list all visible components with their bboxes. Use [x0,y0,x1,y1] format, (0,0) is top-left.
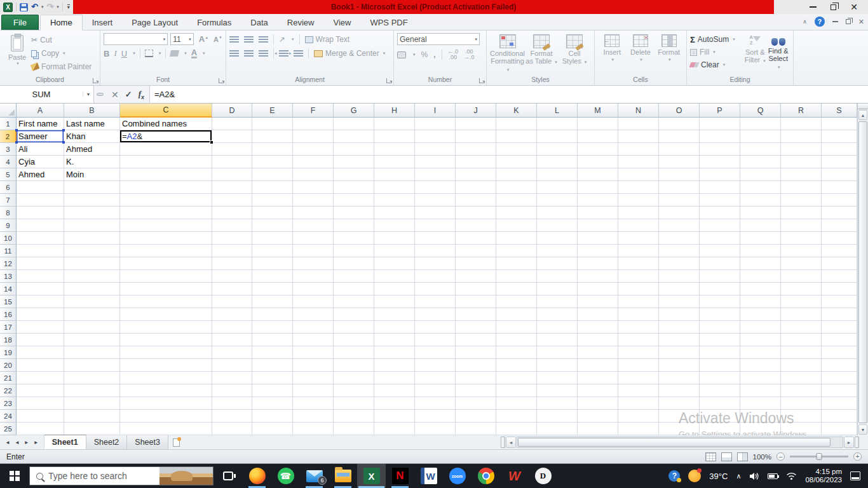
cell-D24[interactable] [212,410,252,423]
cell-Q8[interactable] [740,207,781,219]
cell-E2[interactable] [252,130,293,143]
cell-O5[interactable] [659,168,700,181]
cell-C4[interactable] [120,156,212,168]
cell-N14[interactable] [618,283,659,295]
cell-R10[interactable] [781,232,822,245]
cell-K17[interactable] [496,321,537,334]
fill-handle[interactable] [210,140,214,144]
tab-wps-pdf[interactable]: WPS PDF [360,15,417,30]
cell-B2[interactable]: Khan [64,130,120,143]
cell-L10[interactable] [537,232,578,245]
cell-N7[interactable] [618,194,659,207]
cell-L4[interactable] [537,156,578,168]
cell-B14[interactable] [64,283,120,295]
cell-B7[interactable] [64,194,120,207]
cell-B18[interactable] [64,334,120,346]
cell-M18[interactable] [578,334,618,346]
cell-Q17[interactable] [740,321,781,334]
cell-L13[interactable] [537,270,578,283]
cell-H6[interactable] [374,181,415,194]
cell-H16[interactable] [374,308,415,321]
cell-H5[interactable] [374,168,415,181]
cell-S2[interactable] [822,130,857,143]
align-left-icon[interactable] [229,50,239,57]
align-center-icon[interactable] [244,50,254,57]
cell-I22[interactable] [415,384,456,397]
cell-N8[interactable] [618,207,659,219]
column-header-E[interactable]: E [252,104,293,118]
cell-P21[interactable] [700,372,740,384]
cell-M22[interactable] [578,384,618,397]
cell-O3[interactable] [659,143,700,156]
cell-M6[interactable] [578,181,618,194]
decrease-decimal-icon[interactable]: .00→.0 [464,49,475,60]
cell-O22[interactable] [659,384,700,397]
cell-P18[interactable] [700,334,740,346]
cell-R23[interactable] [781,397,822,410]
cell-H8[interactable] [374,207,415,219]
cell-P14[interactable] [700,283,740,295]
cell-R19[interactable] [781,346,822,359]
cell-A17[interactable] [17,321,64,334]
cell-M17[interactable] [578,321,618,334]
clipboard-dialog-launcher-icon[interactable] [93,78,98,83]
cell-S5[interactable] [822,168,857,181]
cell-J12[interactable] [456,257,496,270]
previous-sheet-icon[interactable]: ◄ [15,440,20,445]
cell-I5[interactable] [415,168,456,181]
cell-A13[interactable] [17,270,64,283]
cell-C5[interactable] [120,168,212,181]
cell-S4[interactable] [822,156,857,168]
cell-C1[interactable]: Combined names [120,118,212,130]
cell-B20[interactable] [64,359,120,372]
cell-F4[interactable] [293,156,334,168]
tab-file[interactable]: File [1,15,39,30]
cell-J24[interactable] [456,410,496,423]
cell-P15[interactable] [700,295,740,308]
row-header-18[interactable]: 18 [0,334,17,346]
cell-O12[interactable] [659,257,700,270]
cell-K14[interactable] [496,283,537,295]
cell-D15[interactable] [212,295,252,308]
cell-F13[interactable] [293,270,334,283]
cell-O17[interactable] [659,321,700,334]
cell-F15[interactable] [293,295,334,308]
cell-N12[interactable] [618,257,659,270]
cell-E4[interactable] [252,156,293,168]
cell-N23[interactable] [618,397,659,410]
cell-S18[interactable] [822,334,857,346]
cell-N18[interactable] [618,334,659,346]
cell-C16[interactable] [120,308,212,321]
cell-E7[interactable] [252,194,293,207]
zoom-slider-thumb[interactable] [817,453,822,460]
number-dialog-launcher-icon[interactable] [479,78,484,83]
accounting-format-icon[interactable] [397,51,406,58]
cell-E3[interactable] [252,143,293,156]
file-explorer-icon[interactable] [329,464,357,488]
row-header-24[interactable]: 24 [0,410,17,423]
cell-F25[interactable] [293,423,334,435]
comma-style-icon[interactable]: , [433,50,435,59]
cell-R1[interactable] [781,118,822,130]
cell-Q4[interactable] [740,156,781,168]
cell-K18[interactable] [496,334,537,346]
cell-J11[interactable] [456,245,496,257]
cell-R16[interactable] [781,308,822,321]
cell-H11[interactable] [374,245,415,257]
cell-M12[interactable] [578,257,618,270]
cell-I17[interactable] [415,321,456,334]
cell-G6[interactable] [334,181,374,194]
sheet-tab-sheet2[interactable]: Sheet2 [86,435,128,449]
row-header-16[interactable]: 16 [0,308,17,321]
cell-M23[interactable] [578,397,618,410]
cell-C19[interactable] [120,346,212,359]
formula-input[interactable]: =A2& [150,86,868,103]
cell-P23[interactable] [700,397,740,410]
cell-P12[interactable] [700,257,740,270]
cell-P13[interactable] [700,270,740,283]
cell-C6[interactable] [120,181,212,194]
autosum-button[interactable]: ΣAutoSum▾ [690,34,743,44]
cell-G16[interactable] [334,308,374,321]
cell-F3[interactable] [293,143,334,156]
cell-P17[interactable] [700,321,740,334]
